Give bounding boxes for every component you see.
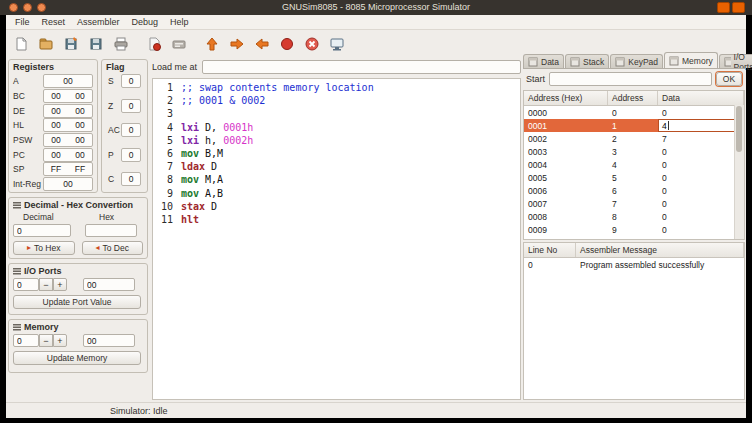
flag-value-field[interactable]: 0 bbox=[121, 148, 141, 162]
io-port-increment-button[interactable]: + bbox=[53, 278, 67, 291]
assemble-button[interactable] bbox=[142, 33, 166, 55]
load-button[interactable] bbox=[200, 33, 224, 55]
cell-address-hex: 0004 bbox=[524, 160, 608, 170]
table-row[interactable]: 000440 bbox=[524, 158, 744, 171]
io-port-address-input[interactable] bbox=[13, 278, 39, 291]
flag-value-field[interactable]: 0 bbox=[121, 123, 141, 137]
cell-address-hex: 0005 bbox=[524, 173, 608, 183]
cell-data: 0 bbox=[658, 160, 744, 170]
update-port-value-button[interactable]: Update Port Value bbox=[13, 295, 141, 309]
column-header-assembler-message[interactable]: Assembler Message bbox=[576, 243, 744, 257]
register-value-field[interactable]: 00 bbox=[43, 74, 93, 88]
table-row-selected[interactable]: 000114 bbox=[524, 119, 744, 132]
register-row: A 00 bbox=[13, 74, 93, 89]
save-file-button[interactable] bbox=[59, 33, 83, 55]
register-value: 00 bbox=[63, 76, 72, 86]
memory-table-scrollbar[interactable] bbox=[734, 105, 744, 239]
flag-title: Flag bbox=[106, 62, 143, 72]
flag-value-field[interactable]: 0 bbox=[121, 99, 141, 113]
register-row: BC 0000 bbox=[13, 89, 93, 104]
update-memory-button[interactable]: Update Memory bbox=[13, 351, 141, 365]
register-value-field[interactable]: 0000 bbox=[43, 89, 93, 103]
io-port-decrement-button[interactable]: − bbox=[39, 278, 53, 291]
tab-data[interactable]: Data bbox=[523, 54, 564, 68]
screen-control-icon[interactable] bbox=[717, 2, 730, 13]
menu-reset[interactable]: Reset bbox=[36, 17, 72, 27]
tab-label: Memory bbox=[682, 56, 713, 66]
maximize-button[interactable] bbox=[37, 3, 46, 12]
load-me-at-input[interactable] bbox=[202, 60, 521, 74]
print-button[interactable] bbox=[109, 33, 133, 55]
io-port-value-input[interactable] bbox=[83, 278, 135, 291]
flag-value-field[interactable]: 0 bbox=[121, 74, 141, 88]
menu-debug[interactable]: Debug bbox=[126, 17, 165, 27]
flag-label: Z bbox=[108, 101, 113, 111]
hex-label: Hex bbox=[85, 212, 114, 222]
register-value-field[interactable]: 00 bbox=[43, 177, 93, 191]
register-value-field[interactable]: 0000 bbox=[43, 133, 93, 147]
message-row[interactable]: 0 Program assembled successfully bbox=[524, 258, 744, 271]
menu-assembler[interactable]: Assembler bbox=[71, 17, 126, 27]
table-row[interactable]: 000880 bbox=[524, 210, 744, 223]
memory-address-input[interactable] bbox=[13, 334, 39, 347]
column-header-address[interactable]: Address bbox=[608, 91, 658, 105]
tab-io-ports[interactable]: I/O Ports bbox=[719, 54, 752, 68]
table-row[interactable]: 000550 bbox=[524, 171, 744, 184]
keypad-button[interactable] bbox=[325, 33, 349, 55]
table-row[interactable]: 000227 bbox=[524, 132, 744, 145]
column-header-line-no[interactable]: Line No bbox=[524, 243, 576, 257]
stop-button[interactable] bbox=[300, 33, 324, 55]
register-value: 00 bbox=[75, 91, 84, 101]
table-row[interactable]: 000330 bbox=[524, 145, 744, 158]
to-dec-button[interactable]: ◂To Dec bbox=[82, 241, 144, 255]
start-input[interactable] bbox=[549, 72, 712, 86]
menu-help[interactable]: Help bbox=[164, 17, 195, 27]
close-button[interactable] bbox=[9, 3, 18, 12]
cell-data: 0 bbox=[658, 108, 744, 118]
minimize-button[interactable] bbox=[23, 3, 32, 12]
register-label: DE bbox=[13, 106, 41, 116]
save-file-icon bbox=[63, 36, 79, 52]
step-back-button[interactable] bbox=[250, 33, 274, 55]
register-value-field[interactable]: 0000 bbox=[43, 148, 93, 162]
ok-button[interactable]: OK bbox=[716, 72, 742, 86]
table-row[interactable]: 000990 bbox=[524, 223, 744, 236]
column-header-data[interactable]: Data bbox=[658, 91, 744, 105]
register-value-field[interactable]: 0000 bbox=[43, 104, 93, 118]
open-file-button[interactable] bbox=[34, 33, 58, 55]
menu-file[interactable]: File bbox=[9, 17, 36, 27]
register-value-field[interactable]: FFFF bbox=[43, 162, 93, 176]
save-as-button[interactable] bbox=[84, 33, 108, 55]
code-editor[interactable]: 1;; swap contents memory location 2;; 00… bbox=[152, 78, 521, 400]
screen-control-icon[interactable] bbox=[732, 2, 745, 13]
decimal-input[interactable] bbox=[13, 224, 71, 237]
flag-value-field[interactable]: 0 bbox=[121, 172, 141, 186]
memory-decrement-button[interactable]: − bbox=[39, 334, 53, 347]
arrow-left-icon: ◂ bbox=[96, 244, 100, 252]
tab-keypad[interactable]: KeyPad bbox=[610, 54, 663, 68]
arrow-up-icon bbox=[204, 36, 220, 52]
new-file-button[interactable] bbox=[9, 33, 33, 55]
register-value-field[interactable]: 0000 bbox=[43, 118, 93, 132]
code-line: 8mov M,A bbox=[153, 173, 520, 186]
cell-data-editing[interactable]: 4 bbox=[658, 119, 744, 132]
tab-stack[interactable]: Stack bbox=[565, 54, 609, 68]
table-row[interactable]: 000000 bbox=[524, 106, 744, 119]
register-row: SP FFFF bbox=[13, 162, 93, 177]
table-row[interactable]: 000770 bbox=[524, 197, 744, 210]
to-hex-button[interactable]: ▸To Hex bbox=[13, 241, 75, 255]
start-label: Start bbox=[526, 74, 545, 84]
run-button[interactable] bbox=[275, 33, 299, 55]
load-me-at-label: Load me at bbox=[152, 62, 197, 72]
tab-memory[interactable]: Memory bbox=[664, 52, 718, 68]
memory-increment-button[interactable]: + bbox=[53, 334, 67, 347]
memory-value-input[interactable] bbox=[83, 334, 135, 347]
cell-address: 5 bbox=[608, 173, 658, 183]
hex-input[interactable] bbox=[85, 224, 137, 237]
table-row[interactable]: 000660 bbox=[524, 184, 744, 197]
step-forward-button[interactable] bbox=[225, 33, 249, 55]
cell-address-hex: 0001 bbox=[524, 121, 608, 131]
scrollbar-thumb[interactable] bbox=[736, 106, 742, 152]
column-header-address-hex[interactable]: Address (Hex) bbox=[524, 91, 608, 105]
converter-button[interactable] bbox=[167, 33, 191, 55]
